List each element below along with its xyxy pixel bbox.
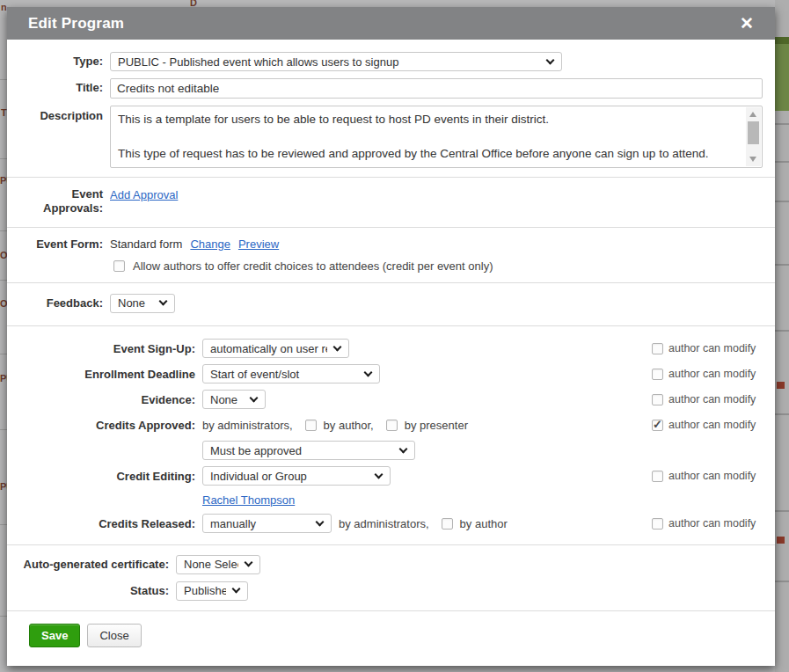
enrollment-deadline-select[interactable]: Start of event/slot bbox=[202, 364, 380, 383]
author-can-modify-label: author can modify bbox=[668, 342, 756, 354]
section-event-approvals: Event Approvals: Add Approval bbox=[7, 178, 775, 227]
chevron-down-icon bbox=[159, 297, 168, 306]
event-signup-author-modify-checkbox[interactable] bbox=[652, 343, 663, 354]
backdrop-text-fragment: T bbox=[1, 107, 7, 118]
backdrop-row-line bbox=[775, 581, 789, 582]
approval-mode-row: Must be approved bbox=[7, 438, 775, 464]
released-by-author-label: by author bbox=[460, 517, 508, 530]
title-input-value: Credits not editable bbox=[117, 82, 219, 95]
auto-certificate-select[interactable]: None Selected bbox=[176, 555, 260, 574]
event-signup-row: Event Sign-Up: automatically on user req… bbox=[7, 336, 775, 362]
approval-mode-select[interactable]: Must be approved bbox=[202, 441, 415, 460]
backdrop-text-fragment: n bbox=[1, 2, 7, 12]
released-by-administrators-label: by administrators, bbox=[339, 517, 429, 530]
feedback-label: Feedback: bbox=[7, 296, 110, 310]
add-approval-link[interactable]: Add Approval bbox=[110, 188, 178, 201]
approval-mode-select-value: Must be approved bbox=[210, 444, 393, 457]
backdrop-green-bar bbox=[775, 37, 789, 44]
event-form-value: Standard form bbox=[110, 237, 182, 251]
scroll-down-icon[interactable] bbox=[749, 157, 756, 162]
credits-approved-author-modify-checkbox[interactable] bbox=[652, 420, 663, 431]
credit-editor-person-link[interactable]: Rachel Thompson bbox=[202, 493, 295, 507]
status-select[interactable]: Published bbox=[176, 581, 248, 601]
evidence-select-value: None bbox=[210, 393, 244, 406]
type-select[interactable]: PUBLIC - Published event which allows us… bbox=[110, 52, 562, 71]
allow-credit-choices-checkbox[interactable] bbox=[113, 260, 125, 272]
chevron-down-icon bbox=[364, 368, 373, 376]
credits-released-select[interactable]: manually bbox=[202, 514, 332, 533]
credit-editor-person-row: Rachel Thompson bbox=[7, 489, 775, 511]
section-event-form: Event Form: Standard form Change Preview… bbox=[7, 228, 775, 282]
author-can-modify-label: author can modify bbox=[668, 517, 756, 530]
enrollment-deadline-select-value: Start of event/slot bbox=[210, 368, 358, 381]
event-signup-select-value: automatically on user request bbox=[210, 342, 327, 355]
chevron-down-icon bbox=[333, 342, 342, 351]
approved-by-author-checkbox[interactable] bbox=[305, 420, 317, 431]
description-row: Description This is a template for users… bbox=[7, 106, 775, 168]
credit-editing-select[interactable]: Individual or Group bbox=[202, 466, 391, 486]
enrollment-deadline-author-modify-checkbox[interactable] bbox=[652, 369, 663, 380]
type-row: Type: PUBLIC - Published event which all… bbox=[7, 52, 775, 71]
chevron-down-icon bbox=[245, 559, 253, 567]
dialog-footer: Save Close bbox=[7, 611, 775, 647]
title-row: Title: Credits not editable bbox=[7, 78, 775, 99]
backdrop-row-line bbox=[775, 413, 789, 415]
auto-certificate-label: Auto-generated certificate: bbox=[7, 558, 176, 571]
feedback-select-value: None bbox=[118, 296, 153, 310]
preview-form-link[interactable]: Preview bbox=[238, 237, 279, 251]
enrollment-deadline-row: Enrollment Deadline Start of event/slot … bbox=[7, 362, 775, 387]
status-row: Status: Published bbox=[7, 581, 775, 601]
allow-credit-choices-label: Allow authors to offer credit choices to… bbox=[133, 259, 493, 273]
backdrop-red-fragment bbox=[777, 537, 785, 544]
credits-released-label: Credits Released: bbox=[7, 517, 202, 530]
chevron-down-icon bbox=[375, 470, 384, 478]
dialog-title: Edit Program bbox=[28, 15, 124, 33]
section-event-settings: Event Sign-Up: automatically on user req… bbox=[7, 326, 775, 544]
evidence-label: Evidence: bbox=[7, 393, 202, 406]
textarea-scrollbar[interactable] bbox=[746, 107, 761, 166]
backdrop-row-line bbox=[775, 330, 789, 332]
section-certificate-status: Auto-generated certificate: None Selecte… bbox=[7, 545, 775, 610]
event-signup-select[interactable]: automatically on user request bbox=[202, 339, 349, 358]
title-label: Title: bbox=[7, 81, 110, 95]
dialog-header: Edit Program ✕ bbox=[7, 7, 775, 40]
status-select-value: Published bbox=[184, 584, 226, 597]
description-paragraph: This type of request has to be reviewed … bbox=[118, 145, 739, 164]
save-button[interactable]: Save bbox=[29, 624, 80, 647]
type-select-value: PUBLIC - Published event which allows us… bbox=[118, 55, 540, 69]
credits-released-author-modify-checkbox[interactable] bbox=[652, 518, 663, 530]
description-label: Description bbox=[7, 106, 110, 123]
dialog-body: Type: PUBLIC - Published event which all… bbox=[7, 40, 775, 666]
by-administrators-label: by administrators, bbox=[202, 419, 293, 432]
by-presenter-label: by presenter bbox=[405, 419, 468, 432]
close-button[interactable]: Close bbox=[87, 624, 141, 647]
credits-approved-row: Credits Approved: by administrators, by … bbox=[7, 413, 775, 438]
title-input[interactable]: Credits not editable bbox=[110, 78, 763, 99]
credit-editing-author-modify-checkbox[interactable] bbox=[652, 471, 663, 482]
scrollbar-thumb[interactable] bbox=[748, 121, 759, 144]
close-icon[interactable]: ✕ bbox=[736, 13, 757, 33]
credits-released-row: Credits Released: manually by administra… bbox=[7, 511, 775, 537]
chevron-down-icon bbox=[399, 444, 408, 453]
evidence-author-modify-checkbox[interactable] bbox=[652, 394, 663, 405]
evidence-select[interactable]: None bbox=[202, 390, 266, 409]
change-form-link[interactable]: Change bbox=[190, 237, 230, 251]
credit-editing-label: Credit Editing: bbox=[7, 470, 202, 483]
author-can-modify-label: author can modify bbox=[668, 419, 756, 431]
section-feedback: Feedback: None bbox=[7, 283, 775, 325]
backdrop-right-strip bbox=[775, 0, 789, 672]
scroll-up-icon[interactable] bbox=[749, 112, 756, 117]
feedback-select[interactable]: None bbox=[110, 294, 175, 313]
backdrop-red-fragment bbox=[777, 382, 785, 389]
backdrop-row-line bbox=[775, 123, 789, 125]
chevron-down-icon bbox=[232, 585, 241, 594]
chevron-down-icon bbox=[250, 393, 259, 402]
edit-program-dialog: Edit Program ✕ Type: PUBLIC - Published … bbox=[7, 7, 775, 666]
backdrop-olive-bar bbox=[775, 44, 789, 111]
credit-editing-row: Credit Editing: Individual or Group auth… bbox=[7, 464, 775, 489]
author-can-modify-label: author can modify bbox=[668, 470, 756, 482]
backdrop-row-line bbox=[775, 264, 789, 266]
approved-by-presenter-checkbox[interactable] bbox=[386, 420, 398, 431]
description-textarea[interactable]: This is a template for users to be able … bbox=[110, 106, 763, 168]
released-by-author-checkbox[interactable] bbox=[442, 518, 453, 530]
